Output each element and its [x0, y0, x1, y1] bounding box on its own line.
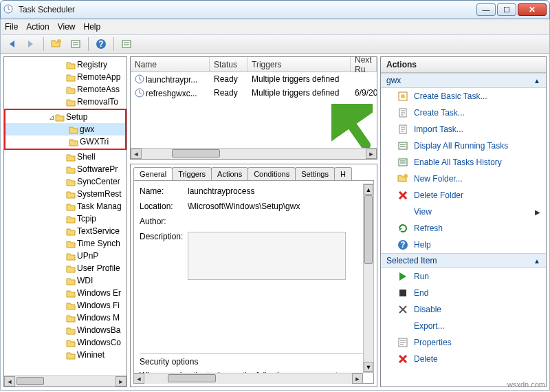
tree-item[interactable]: User Profile	[4, 262, 126, 274]
tab-conditions[interactable]: Conditions	[248, 167, 296, 180]
col-next-run[interactable]: Next Ru	[351, 57, 377, 72]
task-row[interactable]: launchtraypr... Ready Multiple triggers …	[131, 72, 377, 86]
tab-history[interactable]: H	[334, 167, 352, 180]
folder-icon	[69, 125, 78, 133]
refresh-toolbar-button[interactable]	[48, 36, 65, 52]
forward-button[interactable]	[23, 36, 39, 52]
properties-toolbar-button[interactable]	[118, 36, 135, 52]
help-toolbar-button[interactable]	[93, 36, 109, 52]
menu-help[interactable]: Help	[84, 22, 101, 32]
task-list-pane: Name Status Triggers Next Ru launchtrayp…	[130, 56, 377, 160]
tree-item[interactable]: SystemRest	[4, 188, 126, 200]
tree-item-label: Shell	[77, 152, 96, 162]
action-end-task[interactable]: End	[381, 285, 546, 301]
task-row[interactable]: refreshgwxc... Ready Multiple triggers d…	[131, 86, 377, 100]
tree-item[interactable]: UPnP	[4, 250, 126, 262]
details-hscrollbar[interactable]: ◄ ►	[133, 373, 363, 384]
action-delete-task[interactable]: Delete	[381, 351, 546, 367]
action-label: Properties	[414, 338, 452, 347]
tree-item[interactable]: SoftwarePr	[4, 163, 126, 175]
close-button[interactable]: ✕	[518, 3, 547, 16]
folder-tree[interactable]: RegistryRemoteAppRemoteAssRemovalTo⊿Setu…	[4, 57, 126, 375]
collapse-icon: ▲	[534, 257, 540, 265]
tab-general[interactable]: General	[133, 167, 173, 180]
tree-item[interactable]: TextService	[4, 225, 126, 237]
folder-icon	[69, 138, 78, 146]
tree-item[interactable]: RemovalTo	[4, 96, 126, 108]
tree-item[interactable]: RemoteApp	[4, 71, 126, 83]
actions-group-selected[interactable]: Selected Item ▲	[381, 253, 546, 268]
tree-item-label: RemoteApp	[77, 72, 120, 82]
folder-icon	[66, 252, 76, 260]
col-name[interactable]: Name	[131, 57, 210, 72]
tree-item-label: Tcpip	[77, 214, 96, 224]
tree-item-label: Time Synch	[77, 239, 120, 248]
menu-file[interactable]: File	[5, 22, 18, 32]
tree-item-gwxtri[interactable]: GWXTri	[6, 135, 125, 148]
folder-icon	[66, 215, 76, 223]
action-display-running-tasks[interactable]: Display All Running Tasks	[381, 138, 546, 154]
tree-item[interactable]: Windows Fi	[4, 299, 126, 312]
action-task-properties[interactable]: Properties	[381, 334, 546, 351]
maximize-button[interactable]: ☐	[497, 3, 516, 16]
action-label: Display All Running Tasks	[414, 141, 508, 151]
action-help[interactable]: Help	[381, 237, 546, 253]
doc-icon	[397, 124, 408, 135]
tree-item[interactable]: Windows Er	[4, 287, 126, 299]
props-icon	[397, 337, 408, 348]
title-bar: Task Scheduler — ☐ ✕	[0, 0, 550, 19]
action-refresh[interactable]: Refresh	[381, 220, 546, 237]
action-view[interactable]: View ▶	[381, 204, 546, 220]
tab-triggers[interactable]: Triggers	[172, 167, 212, 180]
label-description: Description:	[140, 232, 188, 241]
refresh-icon	[397, 223, 408, 234]
action-enable-history[interactable]: Enable All Tasks History	[381, 154, 546, 171]
tree-item[interactable]: Tcpip	[4, 213, 126, 225]
col-status[interactable]: Status	[210, 57, 248, 72]
tree-item-label: User Profile	[77, 263, 120, 273]
tree-item[interactable]: WindowsCo	[4, 336, 126, 349]
menu-action[interactable]: Action	[26, 22, 49, 32]
minimize-button[interactable]: —	[476, 3, 496, 16]
action-run-task[interactable]: Run	[381, 268, 546, 285]
list-icon	[397, 157, 408, 168]
tree-item[interactable]: WDI	[4, 274, 126, 287]
tree-item-gwx[interactable]: gwx	[6, 123, 125, 135]
tab-settings[interactable]: Settings	[295, 167, 335, 180]
export-list-button[interactable]	[67, 36, 84, 52]
tree-item[interactable]: Registry	[4, 58, 126, 71]
col-triggers[interactable]: Triggers	[248, 57, 351, 72]
tree-item-setup[interactable]: ⊿Setup	[6, 111, 125, 123]
action-export-task[interactable]: Export...	[381, 318, 546, 334]
tree-item[interactable]: RemoteAss	[4, 83, 126, 96]
action-label: End	[414, 288, 428, 298]
folder-icon	[66, 73, 76, 81]
tree-hscrollbar[interactable]: ◄ ►	[4, 375, 126, 386]
action-label: Create Task...	[414, 108, 465, 118]
menu-view[interactable]: View	[58, 22, 76, 32]
folder-icon	[66, 314, 76, 322]
action-create-basic-task[interactable]: Create Basic Task...	[381, 88, 546, 105]
folder-icon	[66, 177, 76, 186]
details-vscrollbar[interactable]: ▲ ▼	[363, 184, 374, 373]
action-create-task[interactable]: Create Task...	[381, 105, 546, 121]
security-options-heading: Security options	[140, 357, 368, 367]
tree-item[interactable]: Shell	[4, 151, 126, 163]
tree-item[interactable]: WindowsBa	[4, 324, 126, 336]
tree-item[interactable]: Wininet	[4, 349, 126, 361]
action-delete-folder[interactable]: Delete Folder	[381, 187, 546, 204]
action-import-task[interactable]: Import Task...	[381, 121, 546, 138]
details-tabs: General Triggers Actions Conditions Sett…	[131, 164, 377, 180]
window-title: Task Scheduler	[19, 5, 476, 14]
tasklist-hscrollbar[interactable]: ◄ ►	[131, 148, 377, 159]
tree-item[interactable]: Time Synch	[4, 237, 126, 250]
action-new-folder[interactable]: New Folder...	[381, 171, 546, 187]
tree-item[interactable]: SyncCenter	[4, 175, 126, 188]
action-disable-task[interactable]: Disable	[381, 301, 546, 318]
tree-item[interactable]: Windows M	[4, 312, 126, 324]
actions-group-gwx[interactable]: gwx ▲	[381, 73, 546, 88]
back-button[interactable]	[3, 36, 20, 52]
tree-item[interactable]: Task Manag	[4, 200, 126, 213]
expander-icon[interactable]: ⊿	[48, 113, 55, 121]
tab-actions[interactable]: Actions	[211, 167, 248, 180]
